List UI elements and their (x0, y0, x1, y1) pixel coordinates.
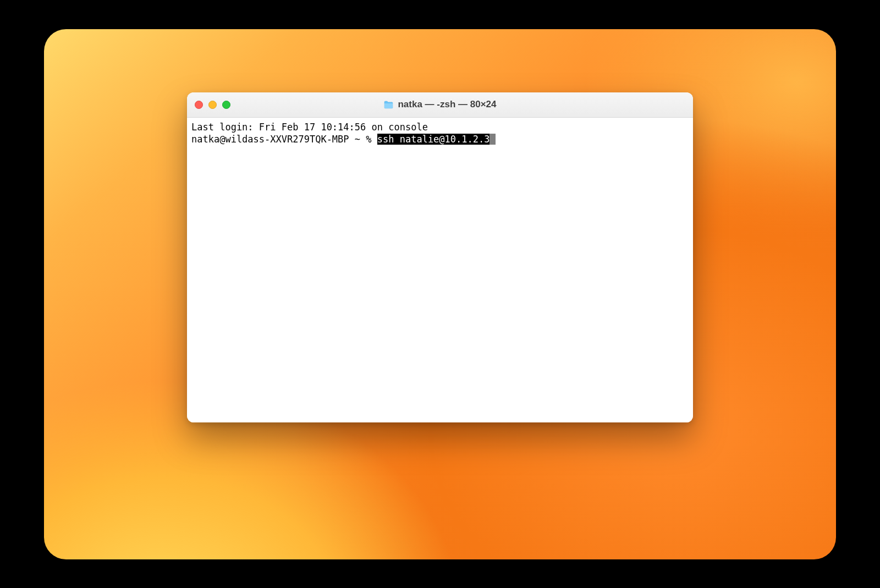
terminal-body[interactable]: Last login: Fri Feb 17 10:14:56 on conso… (187, 118, 693, 422)
zoom-button[interactable] (222, 101, 230, 109)
traffic-lights (195, 101, 230, 109)
terminal-cursor (490, 134, 495, 145)
prompt-line: natka@wildass-XXVR279TQK-MBP ~ % ssh nat… (191, 133, 689, 145)
folder-icon (383, 101, 393, 109)
window-title-group: natka — -zsh — 80×24 (383, 99, 496, 110)
minimize-button[interactable] (208, 101, 217, 109)
window-title: natka — -zsh — 80×24 (398, 99, 496, 110)
window-titlebar[interactable]: natka — -zsh — 80×24 (187, 92, 693, 118)
command-input-selected[interactable]: ssh natalie@10.1.2.3 (377, 134, 490, 145)
terminal-window: natka — -zsh — 80×24 Last login: Fri Feb… (187, 92, 693, 422)
last-login-line: Last login: Fri Feb 17 10:14:56 on conso… (191, 121, 689, 133)
close-button[interactable] (195, 101, 203, 109)
shell-prompt: natka@wildass-XXVR279TQK-MBP ~ % (191, 134, 377, 145)
desktop-wallpaper: natka — -zsh — 80×24 Last login: Fri Feb… (44, 29, 836, 559)
